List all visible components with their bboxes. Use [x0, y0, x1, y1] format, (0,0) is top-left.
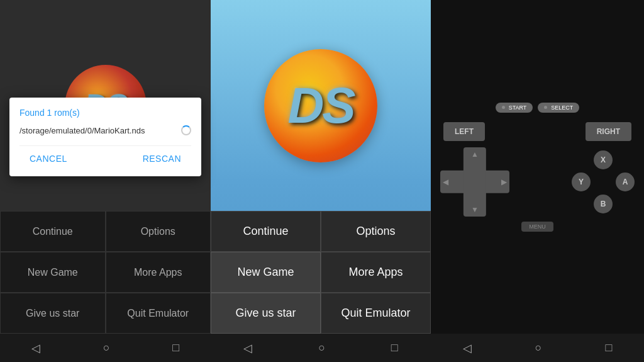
left-home-button[interactable]: ○ [103, 341, 110, 354]
center-back-button[interactable]: ◁ [243, 341, 252, 355]
menu-button[interactable]: MENU [521, 222, 553, 232]
center-recent-button[interactable]: □ [391, 341, 398, 354]
b-button[interactable]: B [594, 195, 613, 213]
dialog-buttons: Cancel Rescan [19, 145, 191, 166]
dialog-title: Found 1 rom(s) [19, 108, 191, 118]
center-ds-logo: DS [264, 49, 377, 162]
cancel-button[interactable]: Cancel [19, 151, 77, 166]
dpad-down-icon[interactable]: ▼ [471, 205, 479, 214]
select-dot [544, 106, 547, 109]
right-shoulder-button[interactable]: RIGHT [586, 122, 631, 141]
dpad-container: ▲ ▼ ◀ ▶ [440, 147, 509, 217]
rescan-button[interactable]: Rescan [133, 151, 191, 166]
start-button[interactable]: START [496, 103, 533, 113]
left-panel: DS Found 1 rom(s) /storage/emulated/0/Ma… [0, 0, 211, 362]
center-more-apps-button[interactable]: More Apps [321, 252, 431, 293]
dpad-left-icon[interactable]: ◀ [443, 177, 448, 186]
left-back-button[interactable]: ◁ [31, 341, 40, 355]
right-bottom-nav: ◁ ○ □ [431, 334, 644, 362]
left-options-button[interactable]: Options [106, 211, 211, 252]
left-menu: Continue Options New Game More Apps Give… [0, 211, 211, 334]
abxy-container: X Y A B [572, 150, 635, 213]
left-recent-button[interactable]: □ [172, 341, 179, 354]
center-panel: DS Continue Options New Game More Apps G… [211, 0, 431, 362]
start-select-row: START SELECT [437, 103, 638, 113]
dpad: ▲ ▼ ◀ ▶ [440, 147, 509, 217]
x-button[interactable]: X [594, 150, 613, 169]
shoulder-row: LEFT RIGHT [437, 122, 638, 141]
y-button[interactable]: Y [572, 173, 591, 191]
left-more-apps-button[interactable]: More Apps [106, 252, 211, 293]
loading-spinner [181, 125, 191, 135]
right-home-button[interactable]: ○ [535, 341, 542, 354]
right-recent-button[interactable]: □ [606, 341, 613, 354]
center-bottom-nav: ◁ ○ □ [211, 334, 431, 362]
dialog-path-text: /storage/emulated/0/MarioKart.nds [19, 126, 181, 135]
controller-area: START SELECT LEFT RIGHT ▲ ▼ [431, 0, 644, 334]
right-back-button[interactable]: ◁ [463, 341, 472, 355]
left-give-star-button[interactable]: Give us star [0, 293, 106, 334]
center-quit-button[interactable]: Quit Emulator [321, 293, 431, 334]
center-give-star-button[interactable]: Give us star [211, 293, 321, 334]
start-dot [502, 106, 505, 109]
dpad-up-icon[interactable]: ▲ [471, 150, 479, 159]
left-bottom-nav: ◁ ○ □ [0, 334, 211, 362]
left-new-game-button[interactable]: New Game [0, 252, 106, 293]
center-home-button[interactable]: ○ [318, 341, 325, 354]
center-logo-area: DS [211, 0, 431, 211]
dpad-buttons-row: ▲ ▼ ◀ ▶ X Y A B [437, 147, 638, 217]
menu-btn-row: MENU [437, 222, 638, 232]
dialog-path-row: /storage/emulated/0/MarioKart.nds [19, 125, 191, 135]
center-ds-text: DS [287, 77, 353, 135]
center-menu: Continue Options New Game More Apps Give… [211, 211, 431, 334]
select-button[interactable]: SELECT [538, 103, 579, 113]
rom-dialog: Found 1 rom(s) /storage/emulated/0/Mario… [9, 98, 201, 176]
center-options-button[interactable]: Options [321, 211, 431, 252]
left-shoulder-button[interactable]: LEFT [443, 122, 485, 141]
a-button[interactable]: A [616, 173, 635, 191]
center-continue-button[interactable]: Continue [211, 211, 321, 252]
dpad-right-icon[interactable]: ▶ [501, 177, 507, 186]
dpad-center [464, 170, 486, 193]
left-quit-button[interactable]: Quit Emulator [106, 293, 211, 334]
left-continue-button[interactable]: Continue [0, 211, 106, 252]
right-panel: START SELECT LEFT RIGHT ▲ ▼ [431, 0, 644, 362]
center-new-game-button[interactable]: New Game [211, 252, 321, 293]
